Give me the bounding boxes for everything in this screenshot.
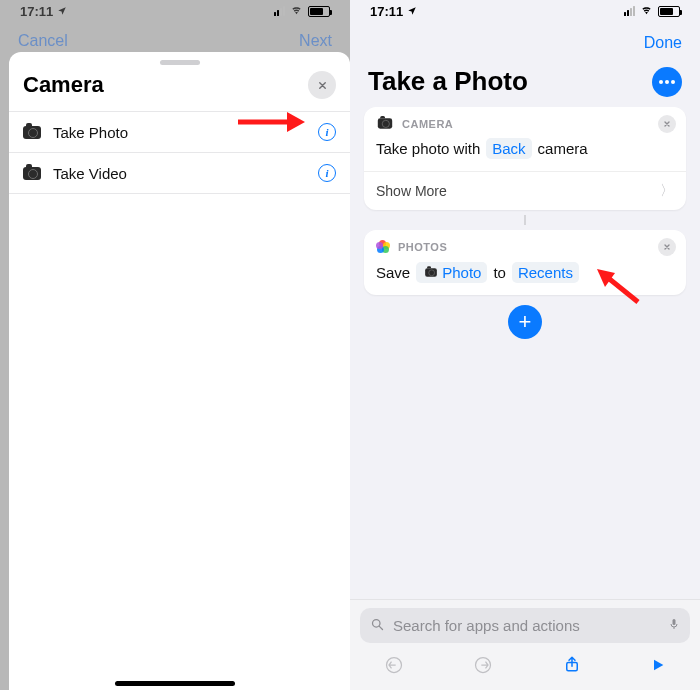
camera-icon bbox=[23, 126, 41, 139]
card-text: Take photo with bbox=[376, 140, 480, 157]
battery-icon bbox=[308, 6, 330, 17]
svg-rect-6 bbox=[673, 619, 676, 625]
home-indicator[interactable] bbox=[115, 681, 235, 686]
search-input[interactable]: Search for apps and actions bbox=[360, 608, 690, 643]
show-more-label: Show More bbox=[376, 183, 447, 199]
run-button[interactable] bbox=[650, 657, 666, 677]
add-action-button[interactable]: + bbox=[508, 305, 542, 339]
card-app-label: PHOTOS bbox=[398, 241, 447, 253]
page-title: Take a Photo bbox=[368, 66, 528, 97]
status-time: 17:11 bbox=[20, 4, 53, 19]
search-placeholder: Search for apps and actions bbox=[393, 617, 580, 634]
status-bar: 17:11 bbox=[0, 0, 350, 22]
card-text: camera bbox=[538, 140, 588, 157]
photos-icon bbox=[376, 240, 390, 254]
wifi-icon bbox=[639, 4, 654, 19]
toolbar bbox=[360, 643, 690, 686]
token-photo[interactable]: Photo bbox=[416, 262, 487, 283]
row-label: Take Photo bbox=[53, 124, 306, 141]
phone-screen-left: 17:11 Cancel Next Camera Take P bbox=[0, 0, 350, 690]
row-label: Take Video bbox=[53, 165, 306, 182]
undo-button[interactable] bbox=[384, 655, 404, 679]
cellular-icon bbox=[624, 6, 635, 16]
info-icon[interactable]: i bbox=[318, 123, 336, 141]
dimmed-nav: Cancel Next bbox=[0, 22, 350, 50]
action-sheet: Camera Take Photo i Take Video i bbox=[9, 52, 350, 690]
token-album[interactable]: Recents bbox=[512, 262, 579, 283]
done-button[interactable]: Done bbox=[644, 34, 682, 52]
more-button[interactable] bbox=[652, 67, 682, 97]
cancel-button[interactable]: Cancel bbox=[18, 32, 68, 50]
card-close-icon[interactable] bbox=[658, 238, 676, 256]
cellular-icon bbox=[274, 6, 285, 16]
wifi-icon bbox=[289, 4, 304, 19]
card-photos-action[interactable]: PHOTOS Save Photo to Recents bbox=[364, 230, 686, 295]
status-time: 17:11 bbox=[370, 4, 403, 19]
row-take-photo[interactable]: Take Photo i bbox=[9, 112, 350, 153]
action-list: Take Photo i Take Video i bbox=[9, 111, 350, 194]
info-icon[interactable]: i bbox=[318, 164, 336, 182]
video-camera-icon bbox=[23, 167, 41, 180]
close-button[interactable] bbox=[308, 71, 336, 99]
phone-screen-right: 17:11 Done Take a Photo CAMERA Take phot… bbox=[350, 0, 700, 690]
status-bar: 17:11 bbox=[350, 0, 700, 22]
redo-button[interactable] bbox=[473, 655, 493, 679]
camera-icon bbox=[425, 268, 437, 276]
card-text: Save bbox=[376, 264, 410, 281]
location-icon bbox=[57, 4, 67, 19]
battery-icon bbox=[658, 6, 680, 17]
card-text: to bbox=[493, 264, 506, 281]
search-icon bbox=[370, 617, 385, 635]
flow-connector bbox=[524, 215, 526, 225]
svg-marker-11 bbox=[654, 659, 663, 670]
microphone-icon[interactable] bbox=[668, 616, 680, 635]
card-app-label: CAMERA bbox=[402, 118, 453, 130]
card-camera-action[interactable]: CAMERA Take photo with Back camera Show … bbox=[364, 107, 686, 210]
camera-icon bbox=[378, 118, 392, 128]
show-more-row[interactable]: Show More 〉 bbox=[364, 171, 686, 210]
row-take-video[interactable]: Take Video i bbox=[9, 153, 350, 194]
svg-line-5 bbox=[379, 626, 382, 629]
location-icon bbox=[407, 4, 417, 19]
share-button[interactable] bbox=[563, 653, 581, 680]
bottom-panel: Search for apps and actions bbox=[350, 599, 700, 690]
next-button[interactable]: Next bbox=[299, 32, 332, 50]
sheet-title: Camera bbox=[23, 72, 104, 98]
card-close-icon[interactable] bbox=[658, 115, 676, 133]
token-camera-direction[interactable]: Back bbox=[486, 138, 531, 159]
svg-point-4 bbox=[373, 619, 381, 627]
chevron-right-icon: 〉 bbox=[660, 182, 674, 200]
